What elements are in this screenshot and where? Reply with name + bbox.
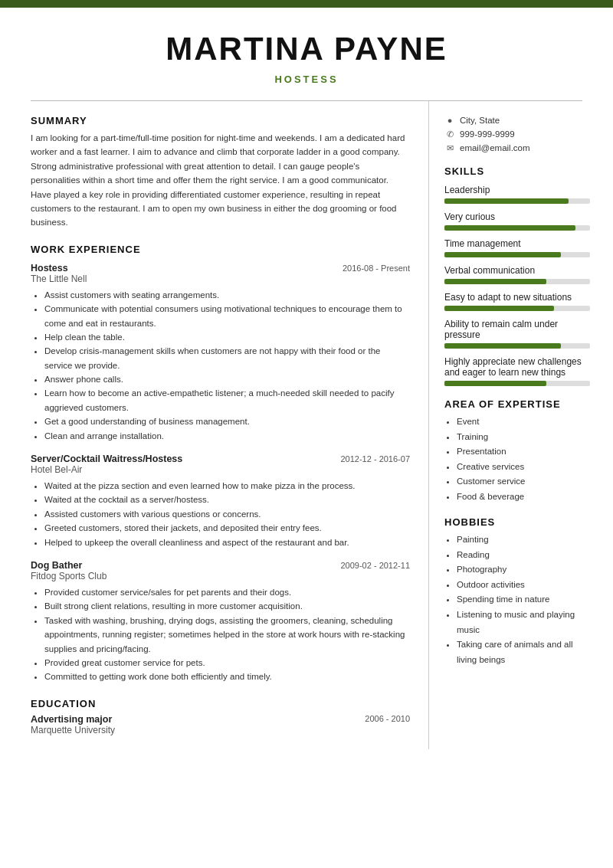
skill-bar-fill-0 <box>444 198 569 204</box>
skill-label-5: Ability to remain calm under pressure <box>444 319 595 340</box>
skill-bar-bg-1 <box>444 225 590 231</box>
skill-bar-fill-5 <box>444 343 561 349</box>
skill-bar-bg-3 <box>444 279 590 284</box>
left-column: SUMMARY I am looking for a part-time/ful… <box>0 101 429 749</box>
skill-bar-bg-6 <box>444 381 590 386</box>
contact-phone-text: 999-999-9999 <box>460 129 515 139</box>
job-1-date: 2016-08 - Present <box>343 264 410 273</box>
list-item: Assisted customers with various question… <box>44 507 410 521</box>
skill-item-4: Easy to adapt to new situations <box>444 292 595 311</box>
skill-item-5: Ability to remain calm under pressure <box>444 319 595 349</box>
phone-icon: ✆ <box>444 129 455 139</box>
list-item: Food & beverage <box>457 490 595 505</box>
skill-bar-bg-5 <box>444 343 590 349</box>
list-item: Built strong client relations, resulting… <box>44 599 410 613</box>
skill-label-2: Time management <box>444 238 595 249</box>
list-item: Get a good understanding of business man… <box>44 414 410 428</box>
contact-block: ● City, State ✆ 999-999-9999 ✉ email@ema… <box>444 115 595 153</box>
skill-label-0: Leadership <box>444 185 595 195</box>
list-item: Greeted customers, stored their jackets,… <box>44 521 410 535</box>
skill-label-6: Highly appreciate new challenges and eag… <box>444 356 595 378</box>
job-3-bullets: Provided customer service/sales for pet … <box>31 585 410 684</box>
list-item: Customer service <box>457 474 595 490</box>
list-item: Reading <box>457 548 595 563</box>
list-item: Tasked with washing, brushing, drying do… <box>44 614 410 656</box>
skill-bar-fill-1 <box>444 225 575 231</box>
list-item: Presentation <box>457 444 595 460</box>
contact-email: ✉ email@email.com <box>444 142 595 153</box>
skill-bar-fill-4 <box>444 306 554 311</box>
skill-bar-fill-3 <box>444 279 546 284</box>
job-2-company: Hotel Bel-Air <box>31 464 410 475</box>
work-experience-title: WORK EXPERIENCE <box>31 244 410 255</box>
list-item: Training <box>457 430 595 445</box>
job-2-date: 2012-12 - 2016-07 <box>340 454 410 463</box>
hobbies-title: HOBBIES <box>444 516 595 528</box>
list-item: Waited at the cocktail as a server/hoste… <box>44 493 410 506</box>
edu-school: Marquette University <box>31 725 410 735</box>
skill-label-4: Easy to adapt to new situations <box>444 292 595 303</box>
list-item: Spending time in nature <box>457 592 595 608</box>
candidate-title: HOSTESS <box>31 74 582 85</box>
list-item: Answer phone calls. <box>44 372 410 386</box>
job-2-title: Server/Cocktail Waitress/Hostess <box>31 454 182 464</box>
list-item: Painting <box>457 532 595 548</box>
list-item: Clean and arrange installation. <box>44 429 410 443</box>
contact-phone: ✆ 999-999-9999 <box>444 129 595 139</box>
job-3-date: 2009-02 - 2012-11 <box>340 561 410 570</box>
list-item: Listening to music and playing music <box>457 608 595 637</box>
contact-location-text: City, State <box>460 116 500 125</box>
skill-item-3: Verbal communication <box>444 265 595 284</box>
header: MARTINA PAYNE HOSTESS <box>0 8 613 93</box>
skill-bar-bg-0 <box>444 198 590 204</box>
job-1: Hostess 2016-08 - Present The Little Nel… <box>31 263 410 443</box>
skill-bar-bg-2 <box>444 252 590 257</box>
skill-bar-fill-6 <box>444 381 546 386</box>
education-title: EDUCATION <box>31 698 410 709</box>
skill-item-2: Time management <box>444 238 595 257</box>
list-item: Helped to upkeep the overall cleanliness… <box>44 536 410 549</box>
job-1-title: Hostess <box>31 263 68 274</box>
list-item: Help clean the table. <box>44 330 410 344</box>
job-2-bullets: Waited at the pizza section and even lea… <box>31 479 410 549</box>
list-item: Creative services <box>457 460 595 475</box>
right-column: ● City, State ✆ 999-999-9999 ✉ email@ema… <box>429 101 613 749</box>
email-icon: ✉ <box>444 142 455 153</box>
list-item: Photography <box>457 562 595 578</box>
skill-bar-fill-2 <box>444 252 561 257</box>
skill-item-0: Leadership <box>444 185 595 204</box>
skill-item-1: Very curious <box>444 211 595 231</box>
contact-location: ● City, State <box>444 115 595 126</box>
job-3: Dog Bather 2009-02 - 2012-11 Fitdog Spor… <box>31 560 410 684</box>
summary-title: SUMMARY <box>31 115 410 126</box>
contact-email-text: email@email.com <box>460 143 530 152</box>
list-item: Develop crisis-management skills when cu… <box>44 344 410 372</box>
job-1-company: The Little Nell <box>31 274 410 284</box>
hobbies-list: Painting Reading Photography Outdoor act… <box>444 532 595 667</box>
skills-title: SKILLS <box>444 165 595 177</box>
list-item: Provided great customer service for pets… <box>44 656 410 670</box>
candidate-name: MARTINA PAYNE <box>31 31 582 67</box>
job-2: Server/Cocktail Waitress/Hostess 2012-12… <box>31 454 410 549</box>
list-item: Event <box>457 414 595 430</box>
area-expertise-list: Event Training Presentation Creative ser… <box>444 414 595 504</box>
skill-bar-bg-4 <box>444 306 590 311</box>
location-icon: ● <box>444 115 455 126</box>
top-bar <box>0 0 613 8</box>
list-item: Taking care of animals and all living be… <box>457 637 595 667</box>
list-item: Communicate with potential consumers usi… <box>44 302 410 330</box>
job-3-company: Fitdog Sports Club <box>31 571 410 581</box>
edu-date: 2006 - 2010 <box>365 714 410 725</box>
skill-label-1: Very curious <box>444 211 595 222</box>
job-1-bullets: Assist customers with seating arrangemen… <box>31 288 410 443</box>
list-item: Waited at the pizza section and even lea… <box>44 479 410 493</box>
area-expertise-title: AREA OF EXPERTISE <box>444 398 595 410</box>
summary-text: I am looking for a part-time/full-time p… <box>31 131 410 230</box>
skill-label-3: Verbal communication <box>444 265 595 276</box>
list-item: Outdoor activities <box>457 578 595 593</box>
job-3-title: Dog Bather <box>31 560 82 571</box>
list-item: Provided customer service/sales for pet … <box>44 585 410 599</box>
main-content: SUMMARY I am looking for a part-time/ful… <box>0 101 613 772</box>
skill-item-6: Highly appreciate new challenges and eag… <box>444 356 595 386</box>
list-item: Assist customers with seating arrangemen… <box>44 288 410 302</box>
